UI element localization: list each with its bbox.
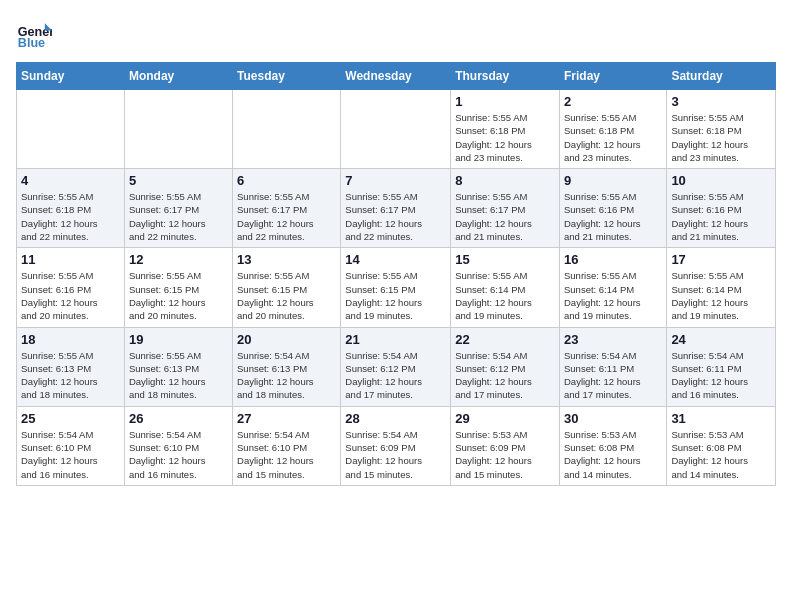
calendar-cell	[233, 90, 341, 169]
day-number: 30	[564, 411, 662, 426]
calendar-cell: 19Sunrise: 5:55 AM Sunset: 6:13 PM Dayli…	[124, 327, 232, 406]
day-number: 4	[21, 173, 120, 188]
header-thursday: Thursday	[451, 63, 560, 90]
day-info: Sunrise: 5:55 AM Sunset: 6:18 PM Dayligh…	[671, 111, 771, 164]
calendar-cell: 16Sunrise: 5:55 AM Sunset: 6:14 PM Dayli…	[559, 248, 666, 327]
calendar-cell: 14Sunrise: 5:55 AM Sunset: 6:15 PM Dayli…	[341, 248, 451, 327]
page-header: General Blue	[16, 16, 776, 52]
day-number: 3	[671, 94, 771, 109]
day-info: Sunrise: 5:55 AM Sunset: 6:17 PM Dayligh…	[455, 190, 555, 243]
day-info: Sunrise: 5:53 AM Sunset: 6:09 PM Dayligh…	[455, 428, 555, 481]
day-number: 22	[455, 332, 555, 347]
day-number: 16	[564, 252, 662, 267]
day-info: Sunrise: 5:54 AM Sunset: 6:13 PM Dayligh…	[237, 349, 336, 402]
calendar-cell: 23Sunrise: 5:54 AM Sunset: 6:11 PM Dayli…	[559, 327, 666, 406]
day-number: 17	[671, 252, 771, 267]
calendar-cell: 11Sunrise: 5:55 AM Sunset: 6:16 PM Dayli…	[17, 248, 125, 327]
calendar-cell: 2Sunrise: 5:55 AM Sunset: 6:18 PM Daylig…	[559, 90, 666, 169]
calendar-body: 1Sunrise: 5:55 AM Sunset: 6:18 PM Daylig…	[17, 90, 776, 486]
day-info: Sunrise: 5:55 AM Sunset: 6:16 PM Dayligh…	[21, 269, 120, 322]
day-info: Sunrise: 5:55 AM Sunset: 6:16 PM Dayligh…	[564, 190, 662, 243]
day-info: Sunrise: 5:55 AM Sunset: 6:15 PM Dayligh…	[237, 269, 336, 322]
calendar-cell: 4Sunrise: 5:55 AM Sunset: 6:18 PM Daylig…	[17, 169, 125, 248]
day-number: 24	[671, 332, 771, 347]
day-number: 13	[237, 252, 336, 267]
day-info: Sunrise: 5:55 AM Sunset: 6:14 PM Dayligh…	[671, 269, 771, 322]
day-number: 21	[345, 332, 446, 347]
day-number: 27	[237, 411, 336, 426]
day-info: Sunrise: 5:55 AM Sunset: 6:17 PM Dayligh…	[237, 190, 336, 243]
day-info: Sunrise: 5:54 AM Sunset: 6:12 PM Dayligh…	[345, 349, 446, 402]
calendar-cell: 28Sunrise: 5:54 AM Sunset: 6:09 PM Dayli…	[341, 406, 451, 485]
day-info: Sunrise: 5:55 AM Sunset: 6:14 PM Dayligh…	[564, 269, 662, 322]
day-info: Sunrise: 5:55 AM Sunset: 6:17 PM Dayligh…	[345, 190, 446, 243]
day-number: 9	[564, 173, 662, 188]
day-info: Sunrise: 5:54 AM Sunset: 6:12 PM Dayligh…	[455, 349, 555, 402]
day-info: Sunrise: 5:55 AM Sunset: 6:18 PM Dayligh…	[21, 190, 120, 243]
day-number: 19	[129, 332, 228, 347]
day-number: 5	[129, 173, 228, 188]
calendar-cell: 3Sunrise: 5:55 AM Sunset: 6:18 PM Daylig…	[667, 90, 776, 169]
calendar-cell: 29Sunrise: 5:53 AM Sunset: 6:09 PM Dayli…	[451, 406, 560, 485]
day-number: 25	[21, 411, 120, 426]
calendar-table: SundayMondayTuesdayWednesdayThursdayFrid…	[16, 62, 776, 486]
calendar-cell: 20Sunrise: 5:54 AM Sunset: 6:13 PM Dayli…	[233, 327, 341, 406]
header-monday: Monday	[124, 63, 232, 90]
calendar-cell: 8Sunrise: 5:55 AM Sunset: 6:17 PM Daylig…	[451, 169, 560, 248]
day-info: Sunrise: 5:55 AM Sunset: 6:15 PM Dayligh…	[345, 269, 446, 322]
week-row-2: 11Sunrise: 5:55 AM Sunset: 6:16 PM Dayli…	[17, 248, 776, 327]
day-number: 6	[237, 173, 336, 188]
header-wednesday: Wednesday	[341, 63, 451, 90]
day-number: 11	[21, 252, 120, 267]
day-info: Sunrise: 5:53 AM Sunset: 6:08 PM Dayligh…	[671, 428, 771, 481]
calendar-cell: 30Sunrise: 5:53 AM Sunset: 6:08 PM Dayli…	[559, 406, 666, 485]
calendar-cell: 18Sunrise: 5:55 AM Sunset: 6:13 PM Dayli…	[17, 327, 125, 406]
day-info: Sunrise: 5:55 AM Sunset: 6:16 PM Dayligh…	[671, 190, 771, 243]
day-number: 31	[671, 411, 771, 426]
calendar-cell: 17Sunrise: 5:55 AM Sunset: 6:14 PM Dayli…	[667, 248, 776, 327]
logo-icon: General Blue	[16, 16, 52, 52]
day-number: 8	[455, 173, 555, 188]
calendar-cell: 24Sunrise: 5:54 AM Sunset: 6:11 PM Dayli…	[667, 327, 776, 406]
day-info: Sunrise: 5:54 AM Sunset: 6:10 PM Dayligh…	[237, 428, 336, 481]
day-info: Sunrise: 5:55 AM Sunset: 6:18 PM Dayligh…	[455, 111, 555, 164]
header-sunday: Sunday	[17, 63, 125, 90]
day-number: 10	[671, 173, 771, 188]
day-info: Sunrise: 5:54 AM Sunset: 6:10 PM Dayligh…	[21, 428, 120, 481]
calendar-cell: 10Sunrise: 5:55 AM Sunset: 6:16 PM Dayli…	[667, 169, 776, 248]
calendar-cell: 27Sunrise: 5:54 AM Sunset: 6:10 PM Dayli…	[233, 406, 341, 485]
week-row-4: 25Sunrise: 5:54 AM Sunset: 6:10 PM Dayli…	[17, 406, 776, 485]
day-number: 2	[564, 94, 662, 109]
day-number: 14	[345, 252, 446, 267]
calendar-cell: 7Sunrise: 5:55 AM Sunset: 6:17 PM Daylig…	[341, 169, 451, 248]
day-info: Sunrise: 5:53 AM Sunset: 6:08 PM Dayligh…	[564, 428, 662, 481]
day-info: Sunrise: 5:54 AM Sunset: 6:09 PM Dayligh…	[345, 428, 446, 481]
calendar-cell: 26Sunrise: 5:54 AM Sunset: 6:10 PM Dayli…	[124, 406, 232, 485]
header-tuesday: Tuesday	[233, 63, 341, 90]
calendar-cell: 31Sunrise: 5:53 AM Sunset: 6:08 PM Dayli…	[667, 406, 776, 485]
calendar-header-row: SundayMondayTuesdayWednesdayThursdayFrid…	[17, 63, 776, 90]
calendar-cell: 12Sunrise: 5:55 AM Sunset: 6:15 PM Dayli…	[124, 248, 232, 327]
calendar-cell: 25Sunrise: 5:54 AM Sunset: 6:10 PM Dayli…	[17, 406, 125, 485]
calendar-cell: 21Sunrise: 5:54 AM Sunset: 6:12 PM Dayli…	[341, 327, 451, 406]
day-number: 15	[455, 252, 555, 267]
day-info: Sunrise: 5:55 AM Sunset: 6:13 PM Dayligh…	[129, 349, 228, 402]
calendar-cell: 15Sunrise: 5:55 AM Sunset: 6:14 PM Dayli…	[451, 248, 560, 327]
week-row-0: 1Sunrise: 5:55 AM Sunset: 6:18 PM Daylig…	[17, 90, 776, 169]
calendar-cell: 6Sunrise: 5:55 AM Sunset: 6:17 PM Daylig…	[233, 169, 341, 248]
svg-text:Blue: Blue	[18, 36, 45, 50]
calendar-cell: 13Sunrise: 5:55 AM Sunset: 6:15 PM Dayli…	[233, 248, 341, 327]
header-saturday: Saturday	[667, 63, 776, 90]
day-number: 7	[345, 173, 446, 188]
calendar-cell	[124, 90, 232, 169]
week-row-3: 18Sunrise: 5:55 AM Sunset: 6:13 PM Dayli…	[17, 327, 776, 406]
calendar-cell: 9Sunrise: 5:55 AM Sunset: 6:16 PM Daylig…	[559, 169, 666, 248]
day-number: 26	[129, 411, 228, 426]
day-info: Sunrise: 5:54 AM Sunset: 6:10 PM Dayligh…	[129, 428, 228, 481]
day-info: Sunrise: 5:55 AM Sunset: 6:14 PM Dayligh…	[455, 269, 555, 322]
day-info: Sunrise: 5:55 AM Sunset: 6:18 PM Dayligh…	[564, 111, 662, 164]
calendar-cell: 1Sunrise: 5:55 AM Sunset: 6:18 PM Daylig…	[451, 90, 560, 169]
day-number: 23	[564, 332, 662, 347]
day-info: Sunrise: 5:54 AM Sunset: 6:11 PM Dayligh…	[671, 349, 771, 402]
header-friday: Friday	[559, 63, 666, 90]
